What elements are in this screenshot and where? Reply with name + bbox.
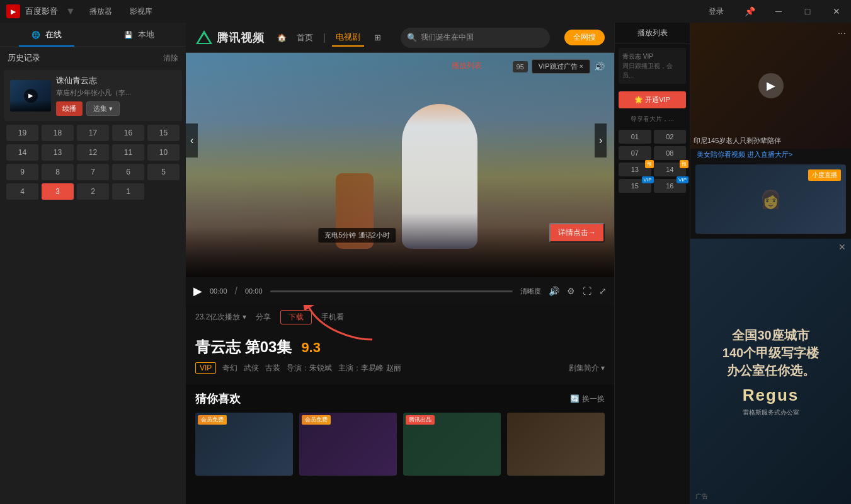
settings-icon[interactable]: ⚙: [567, 286, 575, 296]
video-info-bar: 23.2亿次播放 ▾ 分享 下载 手机看: [186, 305, 614, 329]
ep-1[interactable]: 1: [112, 183, 144, 200]
ep-item-02[interactable]: 02: [654, 130, 687, 144]
ep-item-01[interactable]: 01: [619, 130, 651, 144]
total-time: 00:00: [245, 287, 263, 295]
history-thumb[interactable]: ▶: [10, 80, 51, 112]
fullscreen-icon[interactable]: ⛶: [583, 286, 591, 296]
tencent-nav-home[interactable]: 首页: [293, 30, 317, 46]
tag-martial[interactable]: 武侠: [244, 363, 259, 374]
ep-19[interactable]: 19: [6, 125, 38, 141]
ep-13[interactable]: 13: [42, 144, 74, 161]
login-btn[interactable]: 登录: [697, 0, 735, 23]
live-thumbnail[interactable]: 👩 小度直播: [695, 164, 846, 234]
ep-7[interactable]: 7: [77, 164, 109, 180]
video-background: 95 VIP跳过广告 × 🔊 播放列表 充电5分钟 通话2小时 详情点击→: [186, 53, 614, 277]
ep-17[interactable]: 17: [77, 125, 109, 141]
ep-title-row: 青云志 第03集 9.3: [195, 337, 605, 357]
ep-item-16[interactable]: 16 VIP: [654, 179, 687, 193]
fr-close-btn[interactable]: ✕: [838, 242, 846, 252]
vip-badge-2: 会员免费: [302, 415, 331, 425]
ep-11[interactable]: 11: [112, 144, 144, 161]
fr-ad-banner: ✕ 全国30座城市 140个甲级写字楼 办公室任你选。 Regus 雷格斯服务式…: [690, 239, 851, 504]
sidebar-tabs: 🌐 在线 💾 本地: [0, 23, 186, 47]
ep-9[interactable]: 9: [6, 164, 38, 180]
ep-item-15[interactable]: 15 VIP: [619, 179, 651, 193]
ep-item-13[interactable]: 13 预: [619, 163, 651, 176]
playlist-btn[interactable]: 播放列表: [452, 60, 482, 71]
app-logo: ▶: [6, 4, 20, 18]
open-vip-btn[interactable]: 🌟 开通VIP: [619, 91, 686, 108]
ad-counter: 95: [513, 61, 528, 72]
share-btn[interactable]: 分享: [256, 312, 271, 323]
video-thumb-1: 会员免费: [195, 413, 293, 476]
ep-item-08[interactable]: 08: [654, 146, 687, 160]
tencent-nav-tv[interactable]: 电视剧: [332, 29, 364, 47]
ep-18[interactable]: 18: [42, 125, 74, 141]
tencent-nav-grid[interactable]: ⊞: [370, 30, 385, 45]
quality-btn[interactable]: 清晰度: [520, 287, 541, 296]
video-card-4[interactable]: [507, 413, 605, 476]
tab-online[interactable]: 🌐 在线: [0, 23, 93, 47]
history-info: 诛仙青云志 草庙村少年张小凡（李... 续播 选集 ▾: [56, 75, 176, 116]
close-btn[interactable]: ✕: [822, 0, 851, 23]
search-btn[interactable]: 全网搜: [564, 30, 605, 45]
history-item-title: 诛仙青云志: [56, 75, 176, 86]
ad-volume-icon[interactable]: 🔊: [594, 62, 605, 72]
fr-ad-line2: 140个甲级写字楼: [722, 344, 819, 362]
ep-4[interactable]: 4: [6, 183, 38, 200]
ep-16[interactable]: 16: [112, 125, 144, 141]
pin-btn[interactable]: 📌: [735, 0, 764, 23]
ad-bar: 95 VIP跳过广告 × 🔊: [513, 59, 605, 74]
ep-14[interactable]: 14: [6, 144, 38, 161]
live-thumb-icon: 👩: [760, 189, 782, 210]
fr-live-link[interactable]: 美女陪你看视频 进入直播大厅>: [690, 149, 851, 164]
view-count[interactable]: 23.2亿次播放 ▾: [195, 312, 246, 323]
fr-ad-line3: 办公室任你选。: [727, 362, 815, 379]
video-grid: 会员免费 会员免费 腾讯出品: [186, 413, 614, 482]
volume-icon[interactable]: 🔊: [549, 286, 559, 296]
video-card-2[interactable]: 会员免费: [299, 413, 397, 476]
ep-item-07[interactable]: 07: [619, 146, 651, 160]
tab-local[interactable]: 💾 本地: [93, 23, 186, 47]
library-nav-btn[interactable]: 影视库: [123, 4, 159, 20]
ep-6[interactable]: 6: [112, 164, 144, 180]
tencent-search-bar[interactable]: 🔍 我们诞生在中国: [401, 28, 550, 48]
progress-bar[interactable]: [270, 290, 513, 292]
ep-item-14[interactable]: 14 预: [654, 163, 687, 176]
history-item-subtitle: 草庙村少年张小凡（李...: [56, 88, 176, 98]
ep-5[interactable]: 5: [147, 164, 180, 180]
ep-15[interactable]: 15: [147, 125, 180, 141]
ad-skip-btn[interactable]: VIP跳过广告 ×: [532, 59, 590, 74]
ep-12[interactable]: 12: [77, 144, 109, 161]
minimize-btn[interactable]: ─: [764, 0, 793, 23]
theater-icon[interactable]: ⤢: [599, 286, 607, 296]
tencent-logo: 腾讯视频: [195, 29, 265, 47]
video-card-1[interactable]: 会员免费: [195, 413, 293, 476]
tencent-brand-name: 腾讯视频: [217, 30, 265, 45]
ep-intro-btn[interactable]: 剧集简介 ▾: [569, 363, 605, 374]
product-ad: 充电5分钟 通话2小时: [318, 228, 396, 243]
ep-8[interactable]: 8: [42, 164, 74, 180]
maximize-btn[interactable]: □: [793, 0, 822, 23]
continue-btn[interactable]: 续播: [56, 101, 83, 116]
tag-costume[interactable]: 古装: [265, 363, 280, 374]
history-clear-btn[interactable]: 清除: [163, 53, 178, 64]
fr-more-btn[interactable]: ···: [838, 28, 846, 39]
video-card-3[interactable]: 腾讯出品: [403, 413, 501, 476]
fr-ad-brand[interactable]: Regus: [743, 386, 799, 405]
player-nav-btn[interactable]: 播放器: [83, 4, 118, 20]
ep-2[interactable]: 2: [77, 183, 109, 200]
preview-badge-13: 预: [645, 160, 654, 168]
play-btn[interactable]: ▶: [193, 284, 202, 298]
fr-play-btn[interactable]: ▶: [758, 73, 784, 98]
tag-fantasy[interactable]: 奇幻: [222, 363, 237, 374]
vip-tag[interactable]: VIP: [195, 362, 216, 374]
detail-click-btn[interactable]: 详情点击→: [549, 223, 605, 243]
right-nav-arrow[interactable]: ›: [595, 123, 607, 158]
left-nav-arrow[interactable]: ‹: [186, 123, 198, 158]
ep-3[interactable]: 3: [42, 183, 74, 200]
select-episode-btn[interactable]: 选集 ▾: [86, 101, 120, 116]
refresh-btn[interactable]: 🔄 换一换: [570, 394, 605, 404]
ep-10[interactable]: 10: [147, 144, 180, 161]
tencent-nav: 🏠 首页 | 电视剧 ⊞: [277, 29, 385, 47]
